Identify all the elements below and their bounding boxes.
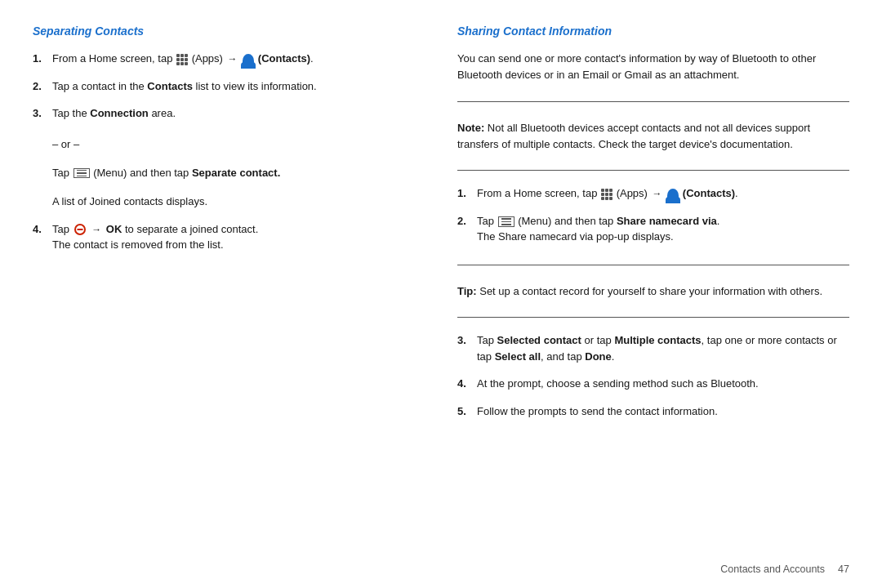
left-step-2: 2. Tap a contact in the Contacts list to… xyxy=(33,78,425,95)
right-contact-icon xyxy=(667,189,679,200)
sub-note: A list of Joined contacts displays. xyxy=(52,194,425,210)
tip-box: Tip: Set up a contact record for yoursel… xyxy=(457,280,849,303)
step-1-content: From a Home screen, tap (Apps) → (Contac… xyxy=(52,51,425,67)
step-number-3: 3. xyxy=(33,105,46,122)
step-4-sub: The contact is removed from the list. xyxy=(52,238,224,251)
right-step-2-sub: The Share namecard via pop-up displays. xyxy=(477,230,674,243)
right-arrow-icon: → xyxy=(653,186,662,201)
right-menu-label: (Menu) xyxy=(518,215,551,227)
right-step-5: 5. Follow the prompts to send the contac… xyxy=(457,403,849,420)
footer-page: 47 xyxy=(838,564,849,575)
left-step-1: 1. From a Home screen, tap (Apps) → (Con… xyxy=(33,51,425,67)
menu-icon xyxy=(74,168,90,179)
step-number-1: 1. xyxy=(33,51,46,67)
apps-label: (Apps) xyxy=(192,52,223,65)
right-step-number-1: 1. xyxy=(457,185,470,202)
page-footer: Contacts and Accounts 47 xyxy=(0,564,882,588)
divider-2 xyxy=(457,170,849,171)
step4-arrow-icon: → xyxy=(91,222,101,237)
right-step-3: 3. Tap Selected contact or tap Multiple … xyxy=(457,332,849,364)
right-step-1: 1. From a Home screen, tap (Apps) → (Con… xyxy=(457,185,849,202)
right-step-number-2: 2. xyxy=(457,213,470,245)
right-step-1-content: From a Home screen, tap (Apps) → (Contac… xyxy=(477,185,849,202)
right-step-number-5: 5. xyxy=(457,403,470,420)
step-number-2: 2. xyxy=(33,78,46,95)
divider-3 xyxy=(457,265,849,265)
step-3-content: Tap the Connection area. xyxy=(52,105,425,122)
right-apps-icon xyxy=(601,189,612,200)
right-step-4-content: At the prompt, choose a sending method s… xyxy=(477,376,849,392)
step-2-content: Tap a contact in the Contacts list to vi… xyxy=(52,78,425,95)
divider-4 xyxy=(457,317,849,318)
apps-icon xyxy=(176,54,188,65)
tip-text: Set up a contact record for yourself to … xyxy=(479,285,822,297)
right-section-title: Sharing Contact Information xyxy=(457,24,849,38)
right-apps-label: (Apps) xyxy=(617,187,648,199)
menu-label: (Menu) xyxy=(93,167,127,179)
right-step-2-content: Tap (Menu) and then tap Share namecard v… xyxy=(477,213,849,245)
contacts-label: (Contacts) xyxy=(258,52,310,65)
right-menu-icon xyxy=(498,216,514,227)
right-step-2: 2. Tap (Menu) and then tap Share namecar… xyxy=(457,213,849,245)
right-column: Sharing Contact Information You can send… xyxy=(457,24,849,547)
note-text: Not all Bluetooth devices accept contact… xyxy=(457,122,810,150)
footer-text: Contacts and Accounts xyxy=(720,564,825,575)
arrow-right-icon: → xyxy=(228,51,238,66)
menu-lines-icon xyxy=(77,170,87,177)
right-step-4: 4. At the prompt, choose a sending metho… xyxy=(457,376,849,392)
note-box: Note: Not all Bluetooth devices accept c… xyxy=(457,117,849,155)
or-line: – or – xyxy=(52,138,425,150)
right-step-number-3: 3. xyxy=(457,332,470,364)
menu-sub-step: Tap (Menu) and then tap Separate contact… xyxy=(52,165,425,181)
contact-icon xyxy=(243,54,254,65)
note-label: Note: xyxy=(457,122,484,134)
left-column: Separating Contacts 1. From a Home scree… xyxy=(33,24,425,547)
step-4-content: Tap → OK to separate a joined contact. T… xyxy=(52,221,425,253)
right-step-3-content: Tap Selected contact or tap Multiple con… xyxy=(477,332,849,364)
tip-label: Tip: xyxy=(457,285,477,297)
step-number-4: 4. xyxy=(33,221,46,253)
minus-circle-icon xyxy=(74,224,86,235)
divider-1 xyxy=(457,101,849,102)
right-intro: You can send one or more contact's infor… xyxy=(457,51,849,83)
right-step-number-4: 4. xyxy=(457,376,470,392)
left-step-3: 3. Tap the Connection area. xyxy=(33,105,425,122)
left-step-4: 4. Tap → OK to separate a joined contact… xyxy=(33,221,425,253)
left-section-title: Separating Contacts xyxy=(33,24,425,38)
right-menu-lines-icon xyxy=(501,218,511,225)
right-step-5-content: Follow the prompts to send the contact i… xyxy=(477,403,849,420)
